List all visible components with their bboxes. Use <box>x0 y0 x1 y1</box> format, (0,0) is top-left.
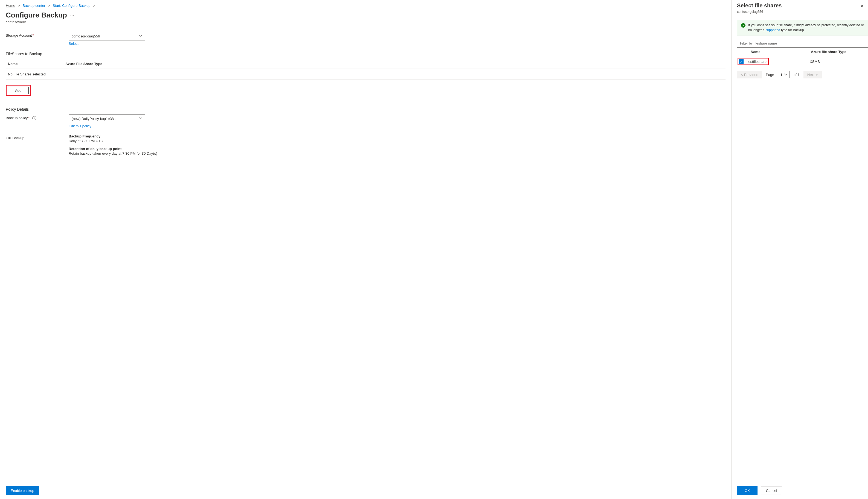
page-of: of 1 <box>794 73 800 77</box>
breadcrumb: Home > Backup center > Start: Configure … <box>0 0 731 10</box>
fileshare-row[interactable]: ✓ testfileshare XSMB <box>737 56 868 67</box>
info-icon[interactable]: i <box>32 116 36 120</box>
ok-button[interactable]: OK <box>737 486 758 495</box>
checkmark-icon: ✓ <box>741 23 746 28</box>
panel-col-name: Name <box>751 50 811 54</box>
fileshare-name: testfileshare <box>747 60 766 64</box>
page-subtitle: contosovault <box>0 20 731 29</box>
backup-policy-value: (new) DailyPolicy-kup1e38k <box>72 117 116 121</box>
page-select[interactable]: 1 <box>778 71 790 78</box>
page-label: Page <box>766 73 774 77</box>
chevron-right-icon: > <box>18 3 20 8</box>
fileshares-table: Name Azure File Share Type No File Share… <box>6 59 726 80</box>
previous-button[interactable]: < Previous <box>737 71 762 78</box>
fileshare-type: XSMB <box>810 60 868 64</box>
edit-policy-link[interactable]: Edit this policy <box>69 124 91 128</box>
page-title: Configure Backup <box>6 11 67 20</box>
backup-frequency-label: Backup Frequency <box>69 134 726 138</box>
storage-account-select[interactable]: contosorgdiag556 <box>69 32 145 40</box>
more-menu-button[interactable]: ··· <box>70 13 74 17</box>
chevron-right-icon: > <box>93 3 95 8</box>
breadcrumb-configure-backup[interactable]: Start: Configure Backup <box>52 3 90 8</box>
storage-account-label: Storage Account* <box>6 32 69 37</box>
full-backup-label: Full Backup <box>6 134 69 140</box>
fileshare-checkbox[interactable]: ✓ <box>739 59 744 64</box>
chevron-down-icon <box>139 117 142 121</box>
cancel-button[interactable]: Cancel <box>761 486 782 495</box>
panel-title: Select file shares <box>737 2 863 9</box>
select-fileshares-panel: Select file shares contosorgdiag556 ✕ ✓ … <box>731 0 868 499</box>
main-footer: Enable backup <box>0 482 731 499</box>
storage-select-link[interactable]: Select <box>69 41 79 46</box>
panel-col-type: Azure file share Type <box>811 50 868 54</box>
breadcrumb-home[interactable]: Home <box>6 3 15 8</box>
fileshares-col-type: Azure File Share Type <box>66 62 723 66</box>
fileshares-empty-row: No File Shares selected <box>6 69 726 80</box>
retention-label: Retention of daily backup point <box>69 147 726 151</box>
policy-heading: Policy Details <box>6 107 726 111</box>
chevron-down-icon <box>139 34 142 38</box>
retention-value: Retain backup taken every day at 7:30 PM… <box>69 151 726 156</box>
close-icon[interactable]: ✕ <box>860 3 864 9</box>
filter-input[interactable] <box>737 39 868 48</box>
next-button[interactable]: Next > <box>804 71 822 78</box>
add-button-highlight: Add <box>6 85 31 96</box>
info-text-post: type for Backup <box>781 28 804 32</box>
enable-backup-button[interactable]: Enable backup <box>6 486 39 495</box>
chevron-right-icon: > <box>48 3 50 8</box>
panel-subtitle: contosorgdiag556 <box>737 10 863 14</box>
backup-policy-select[interactable]: (new) DailyPolicy-kup1e38k <box>69 114 145 123</box>
main-content: Home > Backup center > Start: Configure … <box>0 0 731 499</box>
backup-policy-label: Backup policy* i <box>6 114 69 120</box>
fileshares-col-name: Name <box>8 62 66 66</box>
breadcrumb-backup-center[interactable]: Backup center <box>23 3 45 8</box>
storage-account-value: contosorgdiag556 <box>72 34 100 38</box>
checkbox-highlight: ✓ testfileshare <box>738 58 769 65</box>
supported-link[interactable]: supported <box>765 28 780 32</box>
panel-footer: OK Cancel <box>732 482 868 499</box>
page-number: 1 <box>781 73 782 77</box>
info-banner: ✓ If you don't see your file share, it m… <box>737 20 868 36</box>
backup-frequency-value: Daily at 7:30 PM UTC <box>69 139 726 143</box>
chevron-down-icon <box>784 73 787 76</box>
fileshares-heading: FileShares to Backup <box>6 52 726 56</box>
add-button[interactable]: Add <box>8 87 29 94</box>
pager: < Previous Page 1 of 1 Next > <box>737 71 868 78</box>
